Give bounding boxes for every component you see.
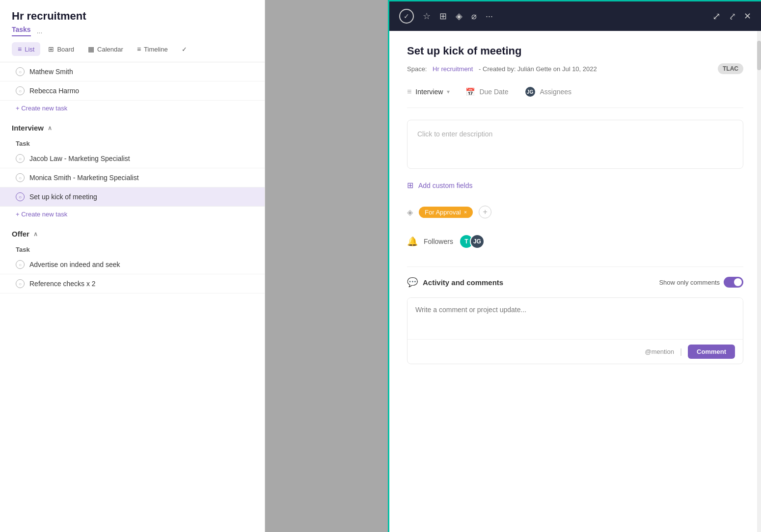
list-item[interactable]: ○ Rebecca Harmo	[0, 81, 265, 101]
tasks-tab[interactable]: Tasks	[12, 26, 31, 36]
description-box[interactable]: Click to enter description	[407, 120, 743, 169]
tab-board-label: Board	[57, 46, 74, 53]
modal-scrollbar[interactable]	[757, 31, 761, 532]
external-icon: ⤤	[729, 11, 736, 22]
star-button[interactable]: ☆	[423, 11, 431, 22]
list-item[interactable]: ○ Advertise on indeed and seek	[0, 255, 265, 274]
add-tag-button[interactable]: +	[479, 206, 491, 218]
followers-bell-icon: 🔔	[407, 236, 418, 247]
list-icon: ≡	[18, 45, 22, 53]
comment-box: @mention | Comment	[407, 297, 743, 364]
left-header: Hr recruitment Tasks ...	[0, 0, 265, 36]
more-button[interactable]: ···	[486, 11, 493, 22]
activity-title-row: 💬 Activity and comments	[407, 277, 503, 288]
open-external-button[interactable]: ⤤	[729, 11, 736, 22]
task-name: Set up kick of meeting	[29, 193, 97, 201]
modal-toolbar: ✓ ☆ ⊞ ◈ ⌀ ··· ⤢	[389, 1, 761, 31]
star-icon: ☆	[423, 11, 431, 22]
activity-chat-icon: 💬	[407, 277, 418, 288]
tag-row-icon: ◈	[407, 208, 413, 217]
due-date-field[interactable]: 📅 Due Date	[465, 87, 508, 97]
right-panel: ✓ ☆ ⊞ ◈ ⌀ ··· ⤢	[265, 0, 761, 532]
comment-input[interactable]	[408, 298, 743, 337]
tab-board[interactable]: ⊞ Board	[42, 42, 80, 56]
interview-tasks: ○ Jacob Law - Marketing Specialist ○ Mon…	[0, 149, 265, 222]
modal-task-title: Set up kick of meeting	[407, 45, 743, 57]
custom-fields-row[interactable]: ⊞ Add custom fields	[407, 181, 743, 190]
activity-header: 💬 Activity and comments Show only commen…	[407, 277, 743, 288]
tab-list[interactable]: ≡ List	[12, 42, 40, 56]
task-check-icon: ○	[16, 67, 25, 76]
due-date-icon: 📅	[465, 87, 475, 97]
list-item[interactable]: ○ Mathew Smith	[0, 62, 265, 81]
description-placeholder: Click to enter description	[417, 130, 492, 138]
check-icon: ✓	[404, 12, 409, 20]
clip-icon: ⌀	[471, 11, 477, 22]
task-check-icon: ○	[16, 173, 25, 182]
mention-label[interactable]: @mention	[645, 348, 674, 355]
section-collapse-icon-offer[interactable]: ∧	[33, 231, 38, 238]
due-date-label: Due Date	[479, 88, 508, 96]
assignee-avatar: JG	[524, 86, 536, 98]
tag-button[interactable]: ◈	[456, 11, 462, 22]
task-check-icon: ○	[16, 86, 25, 95]
show-only-toggle[interactable]: Show only comments	[659, 277, 743, 288]
left-panel: Hr recruitment Tasks ... ≡ List ⊞ Board …	[0, 0, 265, 532]
tab-checkmark[interactable]: ✓	[176, 43, 193, 56]
tag-icon: ◈	[456, 11, 462, 22]
modal-meta-left: Space: Hr recruitment - Created by: Juli…	[407, 65, 597, 73]
offer-tasks: ○ Advertise on indeed and seek ○ Referen…	[0, 255, 265, 293]
list-item[interactable]: ○ Jacob Law - Marketing Specialist	[0, 149, 265, 168]
offer-task-section-label: Task	[0, 242, 265, 255]
task-section-label: Task	[0, 136, 265, 149]
task-check-icon: ○	[16, 192, 25, 201]
scrollbar-thumb	[757, 41, 761, 70]
toolbar-left: ✓ ☆ ⊞ ◈ ⌀ ···	[399, 9, 493, 24]
space-link[interactable]: Hr recruitment	[433, 65, 473, 73]
creator-badge: TLAC	[718, 63, 743, 74]
followers-row: 🔔 Followers T JG	[407, 234, 743, 249]
create-task-btn-2[interactable]: + Create new task	[0, 207, 265, 222]
view-tabs: ≡ List ⊞ Board ▦ Calendar ≡ Timeline ✓	[0, 36, 265, 62]
task-name: Mathew Smith	[29, 68, 73, 76]
modal-meta: Space: Hr recruitment - Created by: Juli…	[407, 63, 743, 74]
list-field[interactable]: ≡ Interview ▾	[407, 87, 450, 96]
attachment-button[interactable]: ⌀	[471, 11, 477, 22]
assignees-field[interactable]: JG Assignees	[524, 86, 572, 98]
close-button[interactable]: ✕	[744, 11, 751, 22]
modal-fields: ≡ Interview ▾ 📅 Due Date JG Assignees	[407, 86, 743, 108]
tag-remove-button[interactable]: ×	[464, 209, 467, 215]
list-field-value: Interview	[415, 88, 443, 96]
activity-title: Activity and comments	[423, 278, 503, 287]
list-field-icon: ≡	[407, 87, 411, 96]
follower-avatar-2: JG	[470, 234, 485, 249]
modal-content: Set up kick of meeting Space: Hr recruit…	[389, 31, 761, 532]
list-item-selected[interactable]: ○ Set up kick of meeting	[0, 187, 265, 207]
expand-button[interactable]: ⤢	[712, 10, 721, 22]
list-item[interactable]: ○ Monica Smith - Marketing Specialist	[0, 168, 265, 187]
toggle-switch[interactable]	[724, 277, 743, 288]
comment-button[interactable]: Comment	[688, 345, 735, 359]
tab-calendar[interactable]: ▦ Calendar	[82, 42, 129, 56]
complete-task-button[interactable]: ✓	[399, 9, 414, 24]
list-field-dropdown-icon: ▾	[447, 88, 450, 95]
task-check-icon: ○	[16, 260, 25, 269]
task-check-icon: ○	[16, 279, 25, 288]
create-task-btn-1[interactable]: + Create new task	[0, 101, 265, 116]
created-by-text: - Created by: Julián Gette on Jul 10, 20…	[479, 65, 597, 73]
more-tab[interactable]: ...	[37, 27, 43, 35]
toolbar-right: ⤢ ⤤ ✕	[712, 10, 751, 22]
task-name: Rebecca Harmo	[29, 87, 79, 95]
subtask-button[interactable]: ⊞	[439, 11, 447, 22]
tab-timeline[interactable]: ≡ Timeline	[131, 42, 174, 56]
list-item[interactable]: ○ Reference checks x 2	[0, 274, 265, 293]
follower-avatars: T JG	[459, 234, 485, 249]
task-name: Monica Smith - Marketing Specialist	[29, 174, 139, 182]
expand-icon: ⤢	[712, 10, 721, 22]
tab-list-label: List	[25, 46, 34, 53]
section-collapse-icon[interactable]: ∧	[48, 125, 52, 132]
timeline-icon: ≡	[137, 45, 141, 53]
show-only-comments-label: Show only comments	[659, 279, 720, 286]
task-name: Reference checks x 2	[29, 280, 96, 288]
offer-section-header: Offer ∧	[0, 222, 265, 242]
